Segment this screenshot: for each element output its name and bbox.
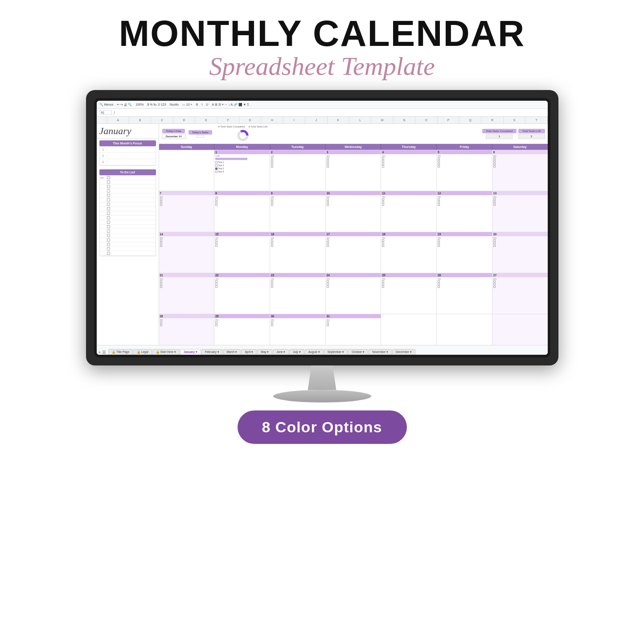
day-2: 2 0%: [270, 150, 326, 191]
todo-header: To Do List: [99, 169, 156, 175]
focus-row-3: 3: [100, 159, 156, 165]
day-8: 8 0%: [214, 191, 270, 232]
today-tasks-val: [196, 135, 204, 138]
day-19: 19 0%: [437, 232, 492, 273]
todo-section: To Do List 0%: [99, 169, 156, 353]
tab-may[interactable]: May ▾: [257, 349, 272, 355]
left-legend: ● Total Tasks Left: [249, 125, 268, 128]
day-thu: Thursday: [381, 144, 437, 150]
day-11: 11 0%: [381, 191, 437, 232]
todo-row: [100, 185, 156, 189]
left-box-label: Total Tasks Left: [518, 129, 545, 133]
tab-august[interactable]: August ▾: [305, 349, 324, 355]
tab-september[interactable]: September ▾: [324, 349, 348, 355]
todo-row: [100, 216, 156, 220]
col-m: M: [371, 117, 393, 123]
day-sun: Sunday: [159, 144, 215, 150]
main-title: MONTHLY CALENDAR: [119, 13, 525, 53]
font-size: — 10 +: [182, 103, 193, 106]
col-t: T: [525, 117, 547, 123]
tab-january[interactable]: January ▾: [180, 349, 201, 355]
week-2: 7 0% 8: [159, 191, 548, 232]
day-26: 26 0%: [437, 273, 492, 314]
sidebar: January This Month's Focus 1: [97, 124, 159, 355]
todo-row: [100, 242, 156, 247]
day-16: 16 0%: [270, 232, 326, 273]
col-i: I: [283, 117, 305, 123]
completed-legend: ● Total Tasks Completed: [218, 125, 245, 128]
day-10: 10 0%: [326, 191, 381, 232]
completed-summary: Total Tasks Completed 1: [482, 129, 516, 139]
col-g: G: [239, 117, 261, 123]
day-14: 14 0%: [159, 232, 215, 273]
week-1: 1 13% Test 1 Test 2 Test 2 Test 3: [159, 150, 548, 191]
monitor-bezel: 🔍 Menus ↩ ↪ 🖨 🔍 100% $ % ‰ .0 123 Nunito…: [94, 98, 550, 357]
calendar-weeks: 1 13% Test 1 Test 2 Test 2 Test 3: [159, 150, 548, 355]
todo-row: [100, 189, 156, 193]
tab-june[interactable]: June ▾: [273, 349, 289, 355]
sub-title: Spreadsheet Template: [119, 51, 525, 81]
completed-box-label: Total Tasks Completed: [482, 129, 516, 133]
day-27: 27 0%: [492, 273, 548, 314]
day-sat: Saturday: [492, 144, 548, 150]
day-17: 17 0%: [326, 232, 381, 273]
tab-december[interactable]: December ▾: [392, 349, 415, 355]
left-summary: Total Tasks Left 2: [518, 129, 545, 139]
day-5: 5 0%: [437, 150, 492, 191]
cal-info-row: Today's Date December 14 Today's Tasks: [159, 124, 548, 144]
tab-april[interactable]: April ▾: [241, 349, 257, 355]
day-21: 21 0%: [159, 273, 215, 314]
donut-group: ● Total Tasks Completed ● Total Tasks Le…: [218, 125, 268, 142]
month-label: January: [99, 126, 156, 136]
color-badge-wrapper: 8 Color Options: [238, 410, 407, 444]
todo-rows: 0%: [99, 175, 156, 256]
underline-btn[interactable]: U: [206, 103, 208, 106]
focus-rows: 1 2 3: [99, 146, 156, 166]
focus-row-2: 2: [100, 153, 156, 159]
completed-box-val: 1: [486, 134, 513, 139]
day-empty-sun-w1: [159, 150, 215, 191]
col-k: K: [328, 117, 349, 123]
focus-section: This Month's Focus 1 2: [99, 140, 156, 166]
day-mon: Monday: [214, 144, 270, 150]
tab-start-here[interactable]: 🔒 Start Here ▾: [159, 349, 180, 355]
day-tue: Tuesday: [270, 144, 326, 150]
monitor-screen: 🔍 Menus ↩ ↪ 🖨 🔍 100% $ % ‰ .0 123 Nunito…: [97, 101, 548, 355]
tab-march[interactable]: March ▾: [223, 349, 241, 355]
focus-num-1: 1: [100, 148, 107, 151]
format-icons: $ % ‰ .0 123: [147, 103, 166, 106]
col-l: L: [349, 117, 371, 123]
today-date-val: December 14: [162, 134, 186, 139]
tab-july[interactable]: July ▾: [289, 349, 304, 355]
day-25: 25 0%: [381, 273, 437, 314]
italic-btn[interactable]: I: [201, 103, 202, 106]
zoom-label: 100%: [135, 103, 144, 106]
col-j: J: [305, 117, 327, 123]
today-tasks-label: Today's Tasks: [189, 130, 212, 135]
tab-february[interactable]: February ▾: [201, 349, 223, 355]
bold-btn[interactable]: B: [196, 103, 198, 106]
spreadsheet: 🔍 Menus ↩ ↪ 🖨 🔍 100% $ % ‰ .0 123 Nunito…: [97, 101, 548, 355]
calendar-grid: Today's Date December 14 Today's Tasks: [159, 124, 548, 355]
row-num-spacer: [97, 117, 107, 123]
monitor-body: 🔍 Menus ↩ ↪ 🖨 🔍 100% $ % ‰ .0 123 Nunito…: [86, 90, 558, 365]
stand-base: [273, 390, 371, 402]
week-3: 14 0% 15: [159, 232, 548, 273]
tab-october[interactable]: October ▾: [348, 349, 368, 355]
col-e: E: [195, 117, 217, 123]
col-n: N: [394, 117, 415, 123]
stand-neck: [304, 365, 340, 390]
todo-row: [100, 193, 156, 198]
col-s: S: [504, 117, 525, 123]
todo-row: [100, 211, 156, 216]
toolbar-sep-1: ↩ ↪ 🖨 🔍: [117, 103, 132, 107]
todo-row: [100, 229, 156, 234]
todo-row: [100, 207, 156, 211]
font-name: Nunito: [170, 103, 179, 106]
todo-row: [100, 238, 156, 242]
todo-row: 0%: [100, 176, 156, 180]
todo-row: [100, 247, 156, 251]
tab-november[interactable]: November ▾: [369, 349, 392, 355]
day-22: 22 0%: [214, 273, 270, 314]
left-box-val: 2: [518, 134, 545, 139]
